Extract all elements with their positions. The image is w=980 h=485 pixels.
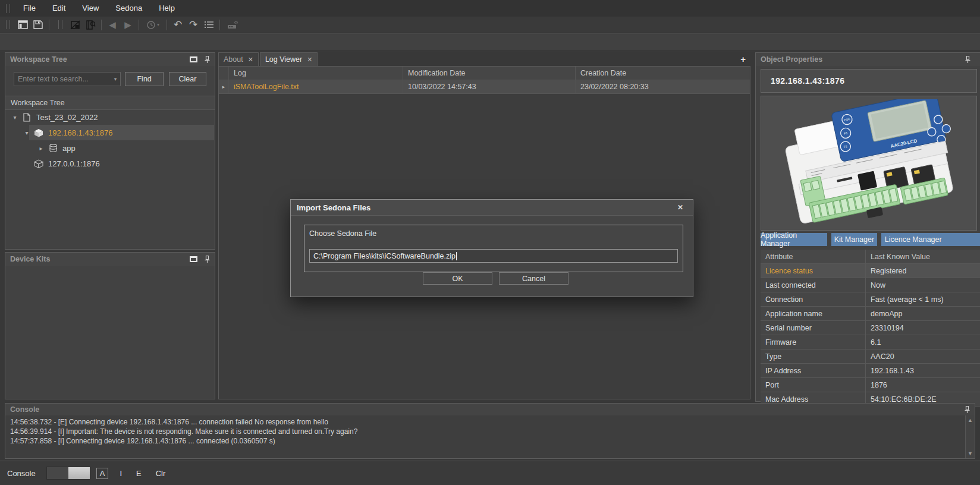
tree-node-project[interactable]: ▾ Test_23_02_2022 <box>5 109 215 125</box>
toolbar-grip-2[interactable] <box>58 20 62 29</box>
row-expander-icon[interactable]: ▸ <box>219 80 229 93</box>
history-icon[interactable]: ▾ <box>143 18 163 32</box>
menu-edit[interactable]: Edit <box>44 0 74 17</box>
attribute-name: Port <box>761 378 866 392</box>
add-tab-button[interactable]: + <box>740 54 750 66</box>
gutter-cell <box>219 67 229 80</box>
close-icon[interactable]: ✕ <box>674 203 687 212</box>
close-icon[interactable]: ✕ <box>307 56 312 64</box>
table-row-firmware[interactable]: Firmware 6.1 <box>761 335 980 349</box>
menu-help[interactable]: Help <box>150 0 183 17</box>
undo-icon[interactable]: ↶ <box>171 18 185 32</box>
search-input[interactable]: Enter text to search... ▾ <box>14 72 121 86</box>
console-scrollbar[interactable]: ▲ ▼ <box>965 415 975 458</box>
tree-node-device-selected[interactable]: ▾ 192.168.1.43:1876 <box>5 125 215 140</box>
device-image: ESCF1F2 AAC20-LCD <box>768 99 970 227</box>
device-kits-header: Device Kits <box>5 253 215 266</box>
attributes-table: Attribute Last Known Value Licence statu… <box>761 250 980 407</box>
toolbar-separator <box>139 20 139 30</box>
column-attribute[interactable]: Attribute <box>761 250 866 263</box>
close-icon[interactable]: ✕ <box>248 56 253 64</box>
kit-manager-button[interactable]: Kit Manager <box>831 233 877 246</box>
slider-thumb[interactable] <box>68 467 90 479</box>
log-table-row[interactable]: ▸ iSMAToolLogFile.txt 10/03/2022 14:57:4… <box>219 80 750 94</box>
scroll-down-icon[interactable]: ▼ <box>968 451 973 456</box>
pin-icon[interactable] <box>205 56 210 63</box>
filter-all-button[interactable]: A <box>96 468 109 479</box>
window-position-icon[interactable] <box>190 256 197 262</box>
licence-manager-button[interactable]: Licence Manager <box>881 233 980 246</box>
window-position-icon[interactable] <box>190 56 197 62</box>
menu-file[interactable]: File <box>15 0 44 17</box>
menu-view[interactable]: View <box>74 0 107 17</box>
tab-log-viewer[interactable]: Log Viewer ✕ <box>260 52 318 66</box>
find-button[interactable]: Find <box>125 72 164 86</box>
table-row-application-name[interactable]: Application name demoApp <box>761 307 980 321</box>
application-manager-button[interactable]: Application Manager <box>761 233 827 246</box>
column-last-known-value[interactable]: Last Known Value <box>866 250 980 263</box>
filter-info-button[interactable]: I <box>117 468 125 478</box>
expander-icon[interactable]: ▸ <box>37 145 45 152</box>
attribute-value: Now <box>866 278 980 292</box>
file-path-input[interactable]: C:\Program Files\kits\iCSoftwareBundle.z… <box>309 249 678 263</box>
menu-sedona[interactable]: Sedona <box>107 0 150 17</box>
log-file-name: iSMAToolLogFile.txt <box>229 80 403 93</box>
table-row-type[interactable]: Type AAC20 <box>761 349 980 364</box>
toolbar-separator <box>101 20 102 30</box>
table-row-last-connected[interactable]: Last connected Now <box>761 278 980 292</box>
ok-button[interactable]: OK <box>423 272 492 285</box>
forward-icon[interactable]: ▶ <box>121 18 135 32</box>
clear-button[interactable]: Clear <box>169 72 206 86</box>
console-panel: Console 14:56:38.732 - [E] Connecting de… <box>5 403 975 459</box>
save-icon[interactable] <box>31 18 45 32</box>
disconnect-icon[interactable] <box>68 18 82 32</box>
column-log[interactable]: Log <box>229 67 403 80</box>
attribute-name: Serial number <box>761 321 866 335</box>
document-icon <box>22 112 32 122</box>
table-row-connection[interactable]: Connection Fast (average < 1 ms) <box>761 292 980 307</box>
choose-sedona-file-group: Choose Sedona File C:\Program Files\kits… <box>304 225 683 272</box>
table-row-port[interactable]: Port 1876 <box>761 378 980 392</box>
pin-icon[interactable] <box>205 256 210 263</box>
attribute-value: 23310194 <box>866 321 980 335</box>
pin-icon[interactable] <box>965 406 970 413</box>
device-link-icon[interactable] <box>224 18 241 32</box>
tree-node-app[interactable]: ▸ app <box>5 140 215 156</box>
toolbar-grip-1[interactable] <box>6 20 10 29</box>
expander-icon[interactable]: ▾ <box>11 114 18 121</box>
clear-console-button[interactable]: Clr <box>153 468 169 478</box>
tree-node-localhost[interactable]: 127.0.0.1:1876 <box>5 156 215 171</box>
chevron-down-icon[interactable]: ▾ <box>114 76 117 82</box>
attribute-value: 6.1 <box>866 335 980 349</box>
redo-icon[interactable]: ↷ <box>186 18 200 32</box>
table-row-licence-status[interactable]: Licence status Registered <box>761 264 980 278</box>
scroll-up-icon[interactable]: ▲ <box>968 417 973 423</box>
dialog-title-bar[interactable]: Import Sedona Files ✕ <box>291 200 693 216</box>
device-image-box: ESCF1F2 AAC20-LCD <box>761 96 977 231</box>
list-icon[interactable] <box>202 18 216 32</box>
search-row: Enter text to search... ▾ Find Clear <box>14 72 206 86</box>
dialog-title: Import Sedona Files <box>297 203 370 212</box>
workspace-tree-title: Workspace Tree <box>10 55 67 64</box>
tab-about[interactable]: About ✕ <box>218 52 259 66</box>
column-creation-date[interactable]: Creation Date <box>576 67 750 80</box>
workspace-tree-header: Workspace Tree <box>5 53 215 66</box>
back-icon[interactable]: ◀ <box>105 18 120 32</box>
console-log[interactable]: 14:56:38.732 - [E] Connecting device 192… <box>5 415 965 458</box>
attribute-value: AAC20 <box>866 349 980 363</box>
log-modification-date: 10/03/2022 14:57:43 <box>403 80 576 93</box>
device-address: 192.168.1.43:1876 <box>771 76 844 86</box>
expander-icon[interactable]: ▾ <box>23 130 30 136</box>
layout-icon[interactable] <box>15 18 30 32</box>
table-row-ip-address[interactable]: IP Address 192.168.1.43 <box>761 364 980 378</box>
kit-browser-icon[interactable] <box>83 18 98 32</box>
column-modification-date[interactable]: Modification Date <box>403 67 576 80</box>
cancel-button[interactable]: Cancel <box>499 272 568 285</box>
menubar-grip[interactable] <box>6 4 10 13</box>
filter-error-button[interactable]: E <box>133 468 145 478</box>
tree-node-label: app <box>62 144 76 153</box>
table-row-serial-number[interactable]: Serial number 23310194 <box>761 321 980 335</box>
tree-node-label: Test_23_02_2022 <box>36 113 98 122</box>
console-size-slider[interactable] <box>46 467 90 480</box>
pin-icon[interactable] <box>965 56 970 63</box>
